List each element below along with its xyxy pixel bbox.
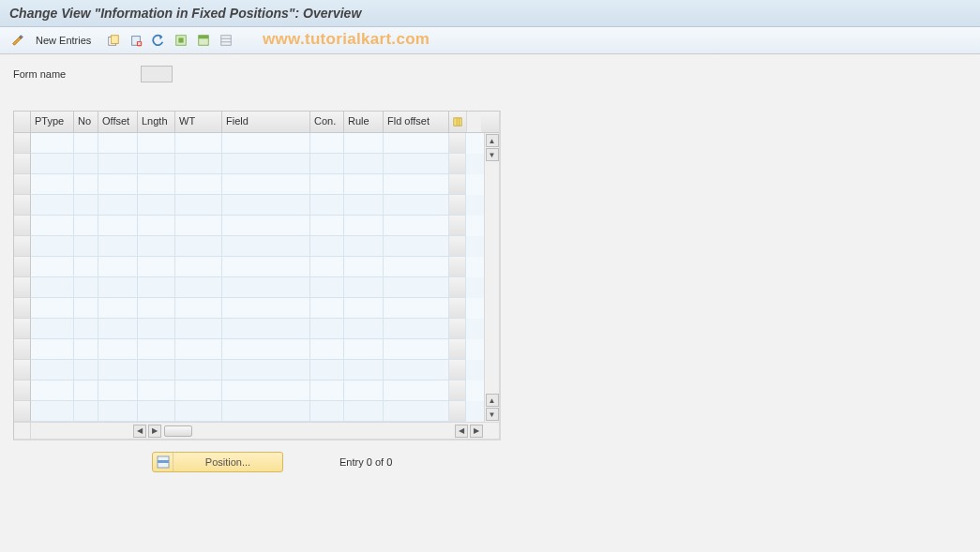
scroll-down-button[interactable]: ▼ bbox=[486, 408, 499, 421]
table-cell[interactable] bbox=[344, 339, 384, 360]
row-selector[interactable] bbox=[14, 319, 31, 339]
col-header-rule[interactable]: Rule bbox=[344, 112, 384, 132]
table-cell[interactable] bbox=[222, 174, 310, 195]
horizontal-scrollbar[interactable]: ◀ ▶ ◀ ▶ bbox=[14, 422, 499, 439]
table-row[interactable] bbox=[14, 195, 484, 216]
table-cell[interactable] bbox=[175, 339, 222, 360]
table-cell[interactable] bbox=[175, 236, 222, 257]
table-cell[interactable] bbox=[344, 154, 384, 174]
table-cell[interactable] bbox=[74, 339, 98, 360]
table-cell[interactable] bbox=[74, 257, 98, 277]
table-cell[interactable] bbox=[344, 319, 384, 339]
table-cell[interactable] bbox=[310, 298, 344, 319]
table-cell[interactable] bbox=[175, 154, 222, 174]
table-cell[interactable] bbox=[175, 133, 222, 154]
table-cell[interactable] bbox=[138, 360, 175, 380]
table-row[interactable] bbox=[14, 154, 484, 174]
other-view-button[interactable] bbox=[8, 31, 26, 50]
row-selector[interactable] bbox=[14, 401, 31, 422]
table-cell[interactable] bbox=[138, 401, 175, 422]
table-cell[interactable] bbox=[31, 298, 74, 319]
table-cell[interactable] bbox=[384, 298, 449, 319]
table-cell[interactable] bbox=[31, 174, 74, 195]
table-cell[interactable] bbox=[138, 154, 175, 174]
table-cell[interactable] bbox=[138, 236, 175, 257]
table-cell[interactable] bbox=[344, 298, 384, 319]
col-header-no[interactable]: No bbox=[74, 112, 98, 132]
table-cell[interactable] bbox=[310, 401, 344, 422]
table-cell[interactable] bbox=[74, 319, 98, 339]
table-cell[interactable] bbox=[175, 401, 222, 422]
row-selector[interactable] bbox=[14, 380, 31, 401]
table-cell[interactable] bbox=[31, 319, 74, 339]
table-cell[interactable] bbox=[449, 277, 466, 298]
table-cell[interactable] bbox=[344, 401, 384, 422]
new-entries-button[interactable]: New Entries bbox=[30, 31, 97, 50]
table-cell[interactable] bbox=[74, 174, 98, 195]
table-row[interactable] bbox=[14, 360, 484, 380]
row-selector[interactable] bbox=[14, 133, 31, 154]
table-cell[interactable] bbox=[449, 319, 466, 339]
table-cell[interactable] bbox=[449, 174, 466, 195]
table-cell[interactable] bbox=[98, 133, 138, 154]
table-cell[interactable] bbox=[310, 236, 344, 257]
hscroll-thumb[interactable] bbox=[164, 425, 192, 437]
table-cell[interactable] bbox=[449, 339, 466, 360]
table-cell[interactable] bbox=[222, 339, 310, 360]
table-cell[interactable] bbox=[344, 380, 384, 401]
table-cell[interactable] bbox=[222, 277, 310, 298]
table-row[interactable] bbox=[14, 174, 484, 195]
table-cell[interactable] bbox=[449, 401, 466, 422]
table-cell[interactable] bbox=[384, 236, 449, 257]
row-selector[interactable] bbox=[14, 174, 31, 195]
table-cell[interactable] bbox=[98, 154, 138, 174]
table-row[interactable] bbox=[14, 236, 484, 257]
col-header-offset[interactable]: Offset bbox=[98, 112, 138, 132]
table-cell[interactable] bbox=[449, 216, 466, 236]
table-cell[interactable] bbox=[384, 401, 449, 422]
table-cell[interactable] bbox=[98, 319, 138, 339]
table-cell[interactable] bbox=[310, 360, 344, 380]
table-cell[interactable] bbox=[98, 380, 138, 401]
table-cell[interactable] bbox=[310, 174, 344, 195]
table-cell[interactable] bbox=[344, 236, 384, 257]
table-cell[interactable] bbox=[31, 195, 74, 216]
table-cell[interactable] bbox=[74, 380, 98, 401]
table-cell[interactable] bbox=[222, 380, 310, 401]
table-cell[interactable] bbox=[175, 174, 222, 195]
table-row[interactable] bbox=[14, 339, 484, 360]
table-cell[interactable] bbox=[138, 277, 175, 298]
row-selector[interactable] bbox=[14, 360, 31, 380]
row-selector[interactable] bbox=[14, 154, 31, 174]
table-cell[interactable] bbox=[310, 195, 344, 216]
table-cell[interactable] bbox=[384, 277, 449, 298]
table-cell[interactable] bbox=[310, 216, 344, 236]
col-header-fld-offset[interactable]: Fld offset bbox=[384, 112, 449, 132]
table-cell[interactable] bbox=[222, 319, 310, 339]
row-selector[interactable] bbox=[14, 236, 31, 257]
scroll-up-step-button[interactable]: ▲ bbox=[486, 394, 499, 407]
table-cell[interactable] bbox=[449, 360, 466, 380]
table-cell[interactable] bbox=[310, 319, 344, 339]
table-cell[interactable] bbox=[31, 216, 74, 236]
table-cell[interactable] bbox=[384, 319, 449, 339]
table-cell[interactable] bbox=[344, 195, 384, 216]
table-cell[interactable] bbox=[175, 216, 222, 236]
row-selector[interactable] bbox=[14, 339, 31, 360]
table-cell[interactable] bbox=[74, 236, 98, 257]
table-cell[interactable] bbox=[175, 195, 222, 216]
scroll-up-button[interactable]: ▲ bbox=[486, 134, 499, 147]
table-cell[interactable] bbox=[138, 133, 175, 154]
table-row[interactable] bbox=[14, 298, 484, 319]
table-cell[interactable] bbox=[344, 174, 384, 195]
table-row[interactable] bbox=[14, 133, 484, 154]
row-selector[interactable] bbox=[14, 277, 31, 298]
table-cell[interactable] bbox=[344, 277, 384, 298]
table-cell[interactable] bbox=[344, 133, 384, 154]
row-selector[interactable] bbox=[14, 216, 31, 236]
table-cell[interactable] bbox=[222, 236, 310, 257]
row-selector[interactable] bbox=[14, 195, 31, 216]
delete-button[interactable] bbox=[127, 31, 145, 50]
table-cell[interactable] bbox=[98, 339, 138, 360]
table-cell[interactable] bbox=[222, 154, 310, 174]
